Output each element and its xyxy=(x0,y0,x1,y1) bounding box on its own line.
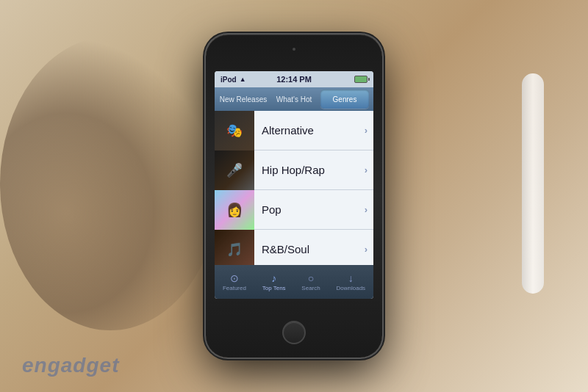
genre-list: 🎭 Alternative › 🎤 Hip Hop/Rap › 👩 Pop › xyxy=(215,111,373,265)
genre-tab-bar: New Releases What's Hot Genres xyxy=(215,87,373,111)
downloads-label: Downloads xyxy=(337,285,366,291)
chevron-alternative: › xyxy=(365,125,368,136)
toolbar-top-tens[interactable]: ♪ Top Tens xyxy=(258,271,290,293)
genre-item-pop[interactable]: 👩 Pop › xyxy=(215,190,373,230)
genre-label-rnb: R&B/Soul xyxy=(254,243,365,255)
status-left: iPod ▲ xyxy=(220,76,246,84)
tab-new-releases[interactable]: New Releases xyxy=(219,90,268,109)
ipod-screen: iPod ▲ 12:14 PM New Releases What's Hot … xyxy=(215,71,373,299)
top-camera-area xyxy=(293,48,295,51)
genre-thumb-alternative: 🎭 xyxy=(215,111,254,150)
battery-icon xyxy=(354,76,368,83)
toolbar-search[interactable]: ○ Search xyxy=(297,271,324,293)
genre-label-hiphop: Hip Hop/Rap xyxy=(254,164,365,176)
thumb-figure-pop: 👩 xyxy=(215,190,254,230)
wifi-icon: ▲ xyxy=(240,76,246,83)
home-button[interactable] xyxy=(282,321,306,344)
thumb-figure-rnb: 🎵 xyxy=(215,230,254,266)
genre-thumb-rnb: 🎵 xyxy=(215,230,254,266)
thumb-figure-hiphop: 🎤 xyxy=(215,150,254,190)
toolbar-featured[interactable]: ⊙ Featured xyxy=(218,271,251,293)
status-bar: iPod ▲ 12:14 PM xyxy=(215,71,373,87)
cable xyxy=(522,73,544,294)
genre-label-alternative: Alternative xyxy=(254,124,365,137)
downloads-icon: ↓ xyxy=(348,272,354,284)
watermark: engadget xyxy=(22,354,119,377)
camera-dot xyxy=(293,48,295,51)
device-name-label: iPod xyxy=(220,76,237,84)
tab-whats-hot[interactable]: What's Hot xyxy=(270,90,318,109)
featured-label: Featured xyxy=(223,285,246,291)
genre-label-pop: Pop xyxy=(254,203,365,216)
thumb-figure-alternative: 🎭 xyxy=(215,111,254,150)
genre-item-rnb[interactable]: 🎵 R&B/Soul › xyxy=(215,230,373,265)
top-tens-icon: ♪ xyxy=(271,272,276,284)
genre-item-hiphop[interactable]: 🎤 Hip Hop/Rap › xyxy=(215,150,373,190)
search-icon: ○ xyxy=(308,272,314,284)
hand-background xyxy=(0,37,220,330)
ipod-device: iPod ▲ 12:14 PM New Releases What's Hot … xyxy=(206,35,382,357)
top-tens-label: Top Tens xyxy=(262,285,286,291)
search-label: Search xyxy=(301,285,320,291)
genre-thumb-hiphop: 🎤 xyxy=(215,150,254,190)
genre-thumb-pop: 👩 xyxy=(215,190,254,230)
chevron-pop: › xyxy=(365,204,368,215)
toolbar-downloads[interactable]: ↓ Downloads xyxy=(332,271,370,293)
featured-icon: ⊙ xyxy=(230,272,239,284)
status-time: 12:14 PM xyxy=(276,75,312,84)
tab-genres[interactable]: Genres xyxy=(320,90,369,109)
chevron-rnb: › xyxy=(365,244,368,255)
chevron-hiphop: › xyxy=(365,164,368,175)
bottom-toolbar: ⊙ Featured ♪ Top Tens ○ Search ↓ Downloa… xyxy=(215,265,373,299)
genre-item-alternative[interactable]: 🎭 Alternative › xyxy=(215,111,373,150)
